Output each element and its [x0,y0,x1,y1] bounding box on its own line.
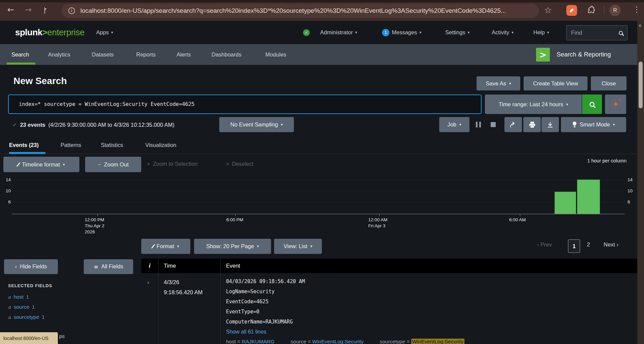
apps-menu[interactable]: Apps▾ [96,21,113,44]
prev-page-button: ‹ Prev [537,241,552,248]
meta-host[interactable]: host = RAJKUMARG [226,339,274,344]
splunk-logo[interactable]: splunk>enterprise [15,21,84,44]
format-button[interactable]: Format▾ [141,239,190,254]
tab-datasets[interactable]: Datasets [92,44,114,65]
app-navbar: Search Analytics Datasets Reports Alerts… [0,44,644,65]
scrollbar-thumb[interactable] [639,62,643,108]
health-status[interactable]: ✓ [303,21,310,44]
url-text[interactable]: localhost:8000/en-US/app/search/search?q… [80,7,506,14]
meta-source[interactable]: source = WinEventLog:Security [291,339,364,344]
show-all-lines-link[interactable]: Show all 61 lines [226,327,305,337]
zoom-out-button[interactable]: −Zoom Out [85,157,141,172]
job-menu-button[interactable]: Job▾ [439,117,469,132]
bookmark-star-icon[interactable]: ☆ [544,6,552,14]
extension-icon[interactable] [566,5,577,16]
tab-statistics[interactable]: Statistics [101,136,123,154]
event-date: 4/3/26 [164,277,203,287]
share-job-button[interactable] [504,117,522,132]
logo-product-text: enterprise [47,27,84,37]
site-info-icon[interactable]: i [68,7,75,14]
splunk-topbar: splunk>enterprise Apps▾ ✓ Administrator▾… [0,21,644,44]
browser-toolbar: ← → i localhost:8000/en-US/app/search/se… [0,0,644,21]
help-menu[interactable]: Help▾ [533,21,549,44]
col-time-header[interactable]: Time [158,263,220,269]
time-range-picker[interactable]: Time range: Last 24 hours▾ [485,94,582,114]
tab-reports[interactable]: Reports [136,44,156,65]
settings-menu[interactable]: Settings▾ [445,21,469,44]
page-1-button[interactable]: 1 [568,239,580,253]
save-as-button[interactable]: Save As▾ [477,76,520,90]
x-tickmark [98,214,98,216]
y-tick-left-10: 10 [3,188,11,193]
next-page-button[interactable]: Next › [604,241,618,248]
format-pencil-icon [16,162,21,166]
address-bar[interactable]: i localhost:8000/en-US/app/search/search… [62,4,539,18]
page-title: New Search [13,76,67,86]
chevron-down-icon: ▾ [459,123,461,126]
tab-alerts[interactable]: Alerts [177,44,191,65]
chevron-down-icon: ▾ [509,82,511,85]
messages-menu[interactable]: 1 Messages▾ [382,21,421,44]
field-sourcetype[interactable]: a sourcetype 1 [8,314,44,320]
tab-visualization[interactable]: Visualization [145,136,176,154]
per-page-button[interactable]: Show: 20 Per Page▾ [194,239,271,254]
tab-analytics[interactable]: Analytics [48,44,70,65]
hide-fields-button[interactable]: ‹Hide Fields [4,259,58,274]
event-sampling-button[interactable]: No Event Sampling▾ [219,117,294,132]
find-input[interactable] [571,30,619,36]
apps-label: Apps [96,29,109,36]
view-mode-button[interactable]: View: List▾ [274,239,322,254]
print-button[interactable] [523,117,541,132]
job-status-row: ✓ 23 events (4/2/26 9:30:00.000 AM to 4/… [0,117,644,132]
column-divider [158,259,158,344]
event-raw-text[interactable]: 04/03/2026 09:18:56.420 AM LogName=Secur… [226,276,305,337]
event-range: (4/2/26 9:30:00.000 AM to 4/3/26 10:12:3… [48,122,175,128]
browser-profile-avatar[interactable]: R [609,5,621,16]
tab-search[interactable]: Search [11,44,29,65]
tab-dashboards[interactable]: Dashboards [212,44,241,65]
field-source[interactable]: a source 1 [8,304,35,310]
pause-job-icon[interactable] [476,122,481,127]
user-menu[interactable]: Administrator▾ [320,21,357,44]
create-table-view-button[interactable]: Create Table View [524,76,588,90]
chevron-down-icon: ▾ [257,244,259,248]
sparkle-icon: ✦ [612,100,619,109]
activity-menu[interactable]: Activity▾ [492,21,514,44]
ai-assistant-button[interactable]: ✦ [605,94,626,114]
puzzle-extensions-icon[interactable] [586,6,596,16]
search-input[interactable]: index=* sourcetype = WinEventLog:Securit… [8,94,482,114]
tab-patterns[interactable]: Patterns [61,136,81,154]
meta-sourcetype[interactable]: sourcetype = WinEventLog:Security [380,339,464,344]
scroll-up-icon[interactable]: ▲ [639,23,641,27]
close-button[interactable]: Close [591,76,627,90]
share-icon [510,122,517,128]
search-mode-button[interactable]: Smart Mode▾ [561,117,626,132]
all-fields-button[interactable]: ≡All Fields [84,259,133,274]
page-scrollbar[interactable]: ▲ [637,21,644,344]
run-search-button[interactable] [582,94,602,114]
page-2-button[interactable]: 2 [587,241,590,248]
stop-job-icon[interactable] [491,122,496,127]
back-icon[interactable]: ← [7,6,14,14]
expand-event-chevron-icon[interactable]: › [147,279,149,286]
chevron-down-icon: ▾ [177,244,179,248]
field-host[interactable]: a host 1 [8,294,29,300]
reload-icon[interactable] [44,7,45,14]
find-search-box[interactable] [566,25,628,40]
active-results-tab-underline [9,152,45,154]
results-tabs: Events (23) Patterns Statistics Visualiz… [0,136,644,154]
logo-splunk-text: splunk [15,27,42,37]
timeline-bar[interactable] [555,192,576,214]
timeline-format-button[interactable]: Timeline format▾ [3,157,79,172]
browser-menu-icon[interactable]: ⋮ [633,6,641,13]
search-icon[interactable] [619,31,623,35]
tab-modules[interactable]: Modules [265,44,286,65]
search-query-text[interactable]: index=* sourcetype = WinEventLog:Securit… [19,101,195,107]
export-button[interactable] [541,117,559,132]
timeline-bar[interactable] [577,180,600,214]
chevron-down-icon: ▾ [63,163,65,166]
tab-events[interactable]: Events (23) [9,136,39,154]
x-axis-line [12,214,624,214]
forward-icon[interactable]: → [25,6,32,14]
events-table-header: i Time Event [141,259,637,273]
